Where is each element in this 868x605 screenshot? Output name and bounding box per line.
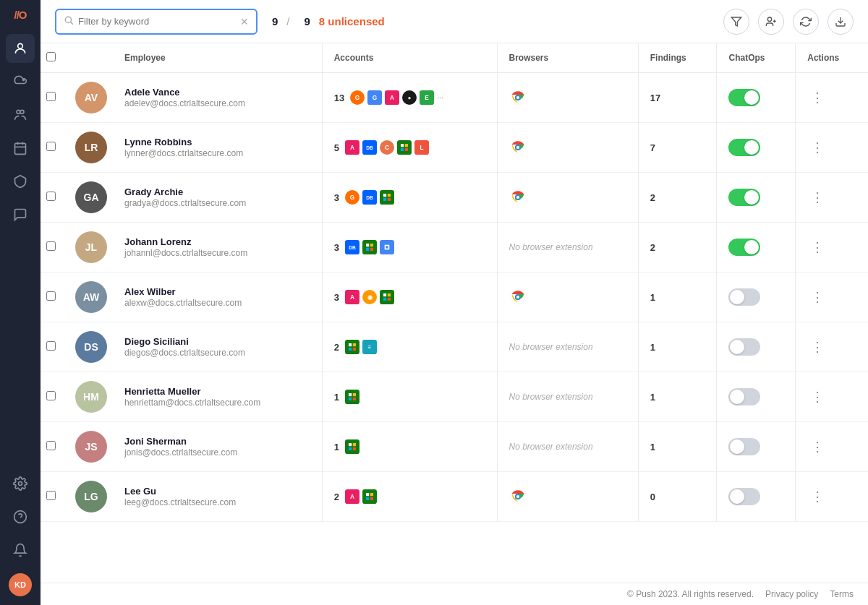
privacy-policy-link[interactable]: Privacy policy bbox=[765, 589, 818, 599]
row-checkbox[interactable] bbox=[46, 142, 56, 151]
actions-cell[interactable]: ⋮ bbox=[796, 223, 868, 273]
row-checkbox-cell[interactable] bbox=[41, 73, 69, 123]
svg-rect-104 bbox=[362, 489, 377, 504]
svg-rect-88 bbox=[349, 348, 352, 351]
search-clear-icon[interactable]: ✕ bbox=[240, 16, 249, 27]
row-checkbox[interactable] bbox=[46, 441, 56, 450]
row-checkbox-cell[interactable] bbox=[41, 372, 69, 422]
search-box[interactable]: ✕ bbox=[55, 9, 258, 35]
actions-cell[interactable]: ⋮ bbox=[796, 123, 868, 173]
user-avatar[interactable]: KD bbox=[9, 573, 32, 596]
download-button[interactable] bbox=[827, 9, 854, 35]
chatops-toggle[interactable] bbox=[728, 388, 760, 406]
table-row: GA Grady Archie gradya@docs.ctrlaltsecur… bbox=[41, 173, 868, 223]
svg-rect-37 bbox=[397, 140, 412, 155]
filter-button[interactable] bbox=[723, 9, 749, 35]
row-checkbox-cell[interactable] bbox=[41, 173, 69, 223]
chatops-toggle[interactable] bbox=[728, 288, 760, 306]
browsers-cell bbox=[497, 472, 638, 522]
row-checkbox-cell[interactable] bbox=[41, 472, 69, 522]
row-checkbox[interactable] bbox=[46, 192, 56, 201]
chatops-cell[interactable] bbox=[717, 73, 796, 123]
chatops-toggle[interactable] bbox=[728, 488, 760, 505]
chatops-toggle[interactable] bbox=[728, 89, 760, 106]
row-checkbox-cell[interactable] bbox=[41, 422, 69, 472]
sidebar-item-users[interactable] bbox=[6, 34, 35, 63]
more-actions-button[interactable]: ⋮ bbox=[807, 437, 827, 457]
chatops-toggle[interactable] bbox=[728, 189, 760, 206]
row-checkbox[interactable] bbox=[46, 241, 56, 251]
actions-cell[interactable]: ⋮ bbox=[796, 173, 868, 223]
actions-cell[interactable]: ⋮ bbox=[796, 273, 868, 322]
sidebar-item-chat[interactable] bbox=[6, 200, 35, 229]
chatops-toggle[interactable] bbox=[728, 139, 760, 156]
calendar-icon bbox=[13, 141, 27, 155]
accounts-container: 3 A ◉ bbox=[334, 290, 485, 304]
select-all-header[interactable] bbox=[41, 43, 69, 73]
employee-name: Alex Wilber bbox=[124, 286, 310, 297]
download-icon bbox=[835, 16, 846, 27]
row-checkbox[interactable] bbox=[46, 391, 56, 400]
chatops-cell[interactable] bbox=[717, 372, 796, 422]
actions-cell[interactable]: ⋮ bbox=[796, 472, 868, 522]
row-checkbox-cell[interactable] bbox=[41, 123, 69, 173]
more-actions-button[interactable]: ⋮ bbox=[807, 486, 827, 507]
more-actions-button[interactable]: ⋮ bbox=[807, 87, 827, 108]
row-checkbox-cell[interactable] bbox=[41, 223, 69, 273]
svg-rect-67 bbox=[370, 248, 373, 251]
more-actions-button[interactable]: ⋮ bbox=[807, 387, 827, 407]
sidebar-item-help[interactable] bbox=[6, 502, 35, 531]
search-input[interactable] bbox=[78, 16, 237, 27]
chatops-toggle[interactable] bbox=[728, 239, 760, 256]
more-actions-button[interactable]: ⋮ bbox=[807, 237, 827, 257]
findings-value: 7 bbox=[650, 142, 655, 153]
browsers-cell bbox=[497, 173, 638, 223]
chatops-cell[interactable] bbox=[717, 223, 796, 273]
sidebar-item-group[interactable] bbox=[6, 100, 35, 129]
browsers-cell: No browser extension bbox=[497, 223, 638, 273]
terms-link[interactable]: Terms bbox=[830, 589, 854, 599]
more-actions-button[interactable]: ⋮ bbox=[807, 137, 827, 158]
more-actions-button[interactable]: ⋮ bbox=[807, 287, 827, 307]
svg-rect-98 bbox=[349, 443, 352, 446]
row-checkbox[interactable] bbox=[46, 291, 56, 301]
actions-cell[interactable]: ⋮ bbox=[796, 322, 868, 372]
sidebar-item-shield[interactable] bbox=[6, 167, 35, 196]
chatops-cell[interactable] bbox=[717, 123, 796, 173]
browser-container: No browser extension bbox=[509, 342, 626, 352]
chatops-toggle[interactable] bbox=[728, 438, 760, 455]
svg-rect-38 bbox=[401, 144, 404, 147]
chatops-cell[interactable] bbox=[717, 472, 796, 522]
row-checkbox[interactable] bbox=[46, 92, 56, 101]
actions-cell[interactable]: ⋮ bbox=[796, 73, 868, 123]
sidebar-item-settings[interactable] bbox=[6, 469, 35, 498]
row-checkbox-cell[interactable] bbox=[41, 322, 69, 372]
chatops-cell[interactable] bbox=[717, 422, 796, 472]
chatops-cell[interactable] bbox=[717, 322, 796, 372]
select-all-checkbox[interactable] bbox=[46, 52, 56, 61]
employee-name: Joni Sherman bbox=[124, 436, 310, 447]
row-checkbox[interactable] bbox=[46, 491, 56, 500]
chatops-cell[interactable] bbox=[717, 273, 796, 322]
findings-value: 2 bbox=[650, 242, 655, 253]
more-actions-button[interactable]: ⋮ bbox=[807, 187, 827, 207]
findings-value: 1 bbox=[650, 442, 655, 452]
row-checkbox[interactable] bbox=[46, 341, 56, 351]
more-actions-button[interactable]: ⋮ bbox=[807, 337, 827, 357]
chatops-toggle[interactable] bbox=[728, 338, 760, 356]
toggle-knob bbox=[730, 340, 744, 354]
cloud-icon bbox=[13, 74, 27, 89]
refresh-button[interactable] bbox=[793, 9, 819, 35]
row-checkbox-cell[interactable] bbox=[41, 273, 69, 322]
avatar-cell: HM bbox=[69, 372, 113, 422]
accounts-cell: 1 bbox=[322, 422, 497, 472]
add-user-button[interactable] bbox=[758, 9, 784, 35]
employee-cell: Diego Siciliani diegos@docs.ctrlaltsecur… bbox=[113, 322, 322, 372]
chatops-cell[interactable] bbox=[717, 173, 796, 223]
sidebar-item-calendar[interactable] bbox=[6, 134, 35, 163]
actions-cell[interactable]: ⋮ bbox=[796, 372, 868, 422]
actions-cell[interactable]: ⋮ bbox=[796, 422, 868, 472]
sidebar-item-cloud[interactable] bbox=[6, 67, 35, 96]
sidebar-item-bell[interactable] bbox=[6, 536, 35, 565]
svg-text:A: A bbox=[350, 144, 354, 151]
